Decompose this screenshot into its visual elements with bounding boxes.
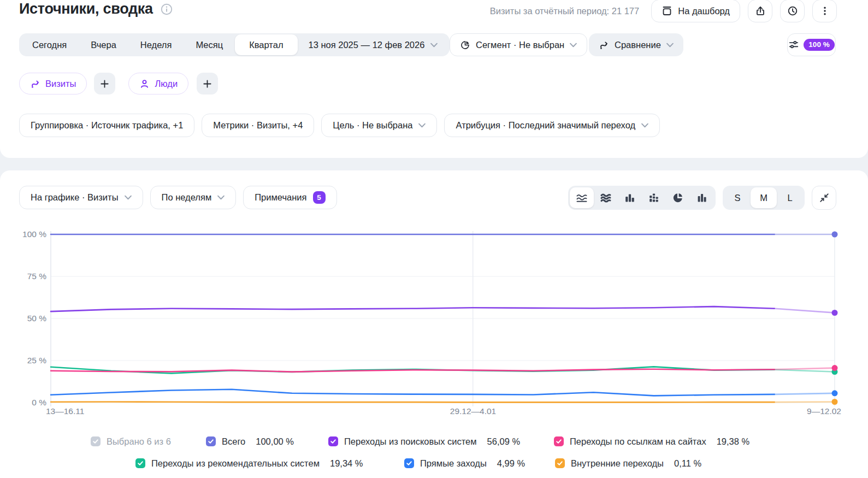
series-checkbox[interactable]: [328, 436, 338, 446]
metrics-chip[interactable]: Метрики · Визиты, +4: [202, 114, 314, 137]
plus-icon: [99, 79, 110, 89]
history-button[interactable]: [780, 0, 805, 22]
compare-arrows-icon: [599, 40, 609, 50]
legend-item-search-traffic: Переходы из поисковых систем 56,09 %: [328, 435, 520, 448]
date-range-picker[interactable]: 13 ноя 2025 — 12 фев 2026: [298, 40, 449, 50]
sampling-badge: 100 %: [804, 39, 834, 51]
series-checkbox[interactable]: [206, 436, 216, 446]
filter-chips-row: Группировка · Источник трафика, +1 Метри…: [19, 114, 660, 137]
goal-chip[interactable]: Цель · Не выбрана: [321, 114, 437, 137]
to-dashboard-button[interactable]: На дашборд: [651, 0, 740, 22]
legend-item-site-links: Переходы по ссылкам на сайтах 19,38 %: [554, 435, 749, 448]
tab-quarter[interactable]: Квартал: [235, 34, 297, 55]
tab-month[interactable]: Месяц: [184, 33, 235, 56]
add-visits-metric-button[interactable]: [94, 73, 115, 95]
chart-panel: На графике · Визиты По неделям Примечани…: [0, 170, 868, 478]
segment-selector[interactable]: Сегмент · Не выбран: [450, 33, 587, 56]
series-checkbox[interactable]: [404, 458, 414, 468]
dashboard-icon: [662, 5, 672, 16]
people-metric-pill[interactable]: Люди: [128, 73, 188, 95]
page-title-block: Источники, сводка: [19, 1, 173, 17]
share-icon: [755, 5, 766, 16]
report-header-section: Источники, сводка Визиты за отчётный пер…: [0, 0, 868, 158]
series-checkbox[interactable]: [554, 436, 564, 446]
visits-route-icon: [30, 79, 40, 89]
legend-item-total: Всего 100,00 %: [206, 435, 294, 448]
chevron-down-icon: [430, 43, 438, 48]
add-people-metric-button[interactable]: [197, 73, 218, 95]
legend-item-recommendation-systems: Переходы из рекомендательных систем 19,3…: [135, 457, 363, 470]
kebab-menu-icon: [819, 5, 830, 16]
sampling-settings-button[interactable]: 100 %: [787, 33, 836, 56]
traffic-chart[interactable]: [0, 221, 868, 415]
clock-icon: [787, 5, 798, 16]
attribution-chip[interactable]: Атрибуция · Последний значимый переход: [444, 114, 660, 137]
series-checkbox[interactable]: [135, 458, 145, 468]
tab-today[interactable]: Сегодня: [20, 33, 79, 56]
chevron-down-icon: [418, 123, 426, 128]
period-selector: Сегодня Вчера Неделя Месяц Квартал 13 но…: [19, 33, 450, 56]
sources-summary-report: Источники, сводка Визиты за отчётный пер…: [0, 0, 868, 478]
tab-yesterday[interactable]: Вчера: [79, 33, 128, 56]
segment-pie-icon: [460, 40, 470, 50]
more-menu-button[interactable]: [812, 0, 837, 22]
tab-week[interactable]: Неделя: [128, 33, 184, 56]
grouping-chip[interactable]: Группировка · Источник трафика, +1: [19, 114, 194, 137]
header-actions: Визиты за отчётный период: 21 177 На даш…: [490, 0, 837, 23]
legend-item-direct-traffic: Прямые заходы 4,99 %: [404, 457, 525, 470]
comparison-selector[interactable]: Сравнение: [589, 33, 683, 56]
export-share-button[interactable]: [748, 0, 772, 22]
info-icon[interactable]: [161, 3, 173, 15]
visits-period-note: Визиты за отчётный период: 21 177: [490, 6, 639, 16]
person-icon: [139, 79, 150, 89]
sliders-icon: [788, 39, 799, 50]
legend-item-selected-summary: Выбрано 6 из 6: [91, 435, 171, 448]
chevron-down-icon: [570, 43, 577, 48]
x-tick-label: 29.12—4.01: [450, 406, 496, 416]
select-all-checkbox[interactable]: [91, 436, 101, 446]
series-checkbox[interactable]: [555, 458, 565, 468]
x-tick-label: 9—12.02: [807, 406, 841, 416]
page-title: Источники, сводка: [19, 1, 153, 17]
chevron-down-icon: [666, 43, 674, 48]
plus-icon: [202, 79, 212, 89]
visits-metric-pill[interactable]: Визиты: [19, 73, 87, 95]
chart-area: 100 %75 %50 %25 %0 % 13—16.11 29.12—4.01…: [0, 170, 868, 427]
x-tick-label: 13—16.11: [46, 406, 84, 416]
chevron-down-icon: [641, 123, 648, 128]
legend-item-internal-traffic: Внутренние переходы 0,11 %: [555, 457, 701, 470]
metric-pills-row: Визиты Люди: [19, 73, 218, 95]
